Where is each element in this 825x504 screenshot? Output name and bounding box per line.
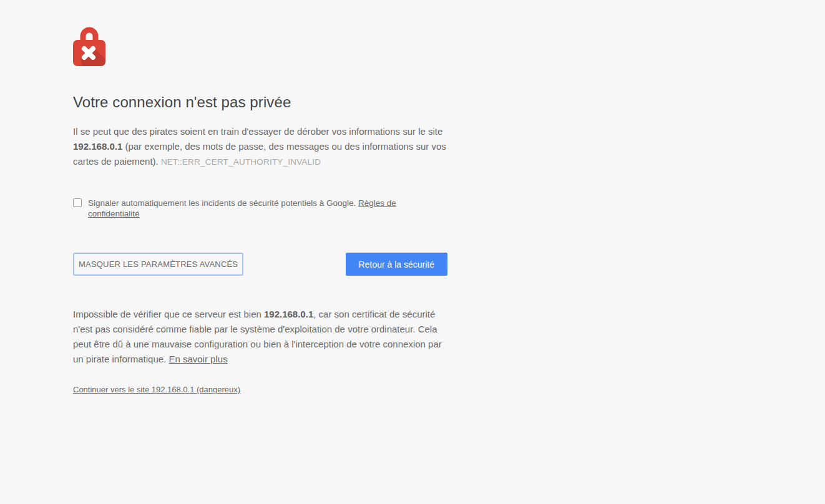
advanced-paragraph: Impossible de vérifier que ce serveur es… (73, 307, 447, 367)
warning-paragraph: Il se peut que des pirates soient en tra… (73, 124, 447, 170)
broken-lock-icon (73, 26, 105, 66)
ssl-error-page: Votre connexion n'est pas privée Il se p… (0, 0, 825, 504)
page-title: Votre connexion n'est pas privée (73, 94, 447, 111)
action-buttons-row: MASQUER LES PARAMÈTRES AVANCÉS Retour à … (73, 253, 447, 276)
report-checkbox[interactable] (73, 198, 82, 207)
report-checkbox-row: Signaler automatiquement les incidents d… (73, 198, 447, 219)
interstitial-content: Votre connexion n'est pas privée Il se p… (73, 26, 447, 395)
back-to-safety-button[interactable]: Retour à la sécurité (346, 253, 447, 276)
proceed-unsafe-link[interactable]: Continuer vers le site 192.168.0.1 (dang… (73, 385, 240, 394)
learn-more-link[interactable]: En savoir plus (168, 354, 227, 364)
advanced-site-address: 192.168.0.1 (264, 309, 313, 319)
advanced-text-before: Impossible de vérifier que ce serveur es… (73, 309, 264, 319)
report-label-wrap: Signaler automatiquement les incidents d… (88, 198, 447, 219)
site-address: 192.168.0.1 (73, 141, 122, 152)
warning-text-before: Il se peut que des pirates soient en tra… (73, 126, 442, 137)
error-code: NET::ERR_CERT_AUTHORITY_INVALID (161, 157, 321, 167)
hide-advanced-button[interactable]: MASQUER LES PARAMÈTRES AVANCÉS (73, 253, 243, 276)
report-label: Signaler automatiquement les incidents d… (88, 198, 358, 208)
